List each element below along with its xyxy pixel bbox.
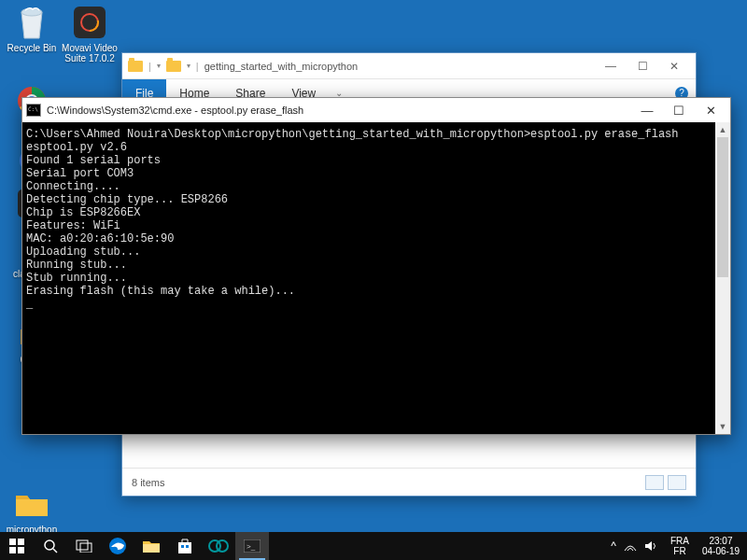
system-tray: ^ FRA FR 23:07 04-06-19	[603, 536, 747, 556]
svg-rect-13	[18, 539, 24, 545]
taskview-icon	[76, 539, 92, 553]
svg-point-16	[45, 540, 54, 550]
clock-time: 23:07	[702, 536, 740, 546]
taskbar-edge[interactable]	[101, 532, 134, 560]
svg-line-17	[53, 549, 57, 553]
taskbar-cmd[interactable]: >_	[235, 532, 269, 560]
folder-icon	[128, 61, 143, 72]
explorer-titlebar[interactable]: | ▾ ▾ | getting_started_with_micropython…	[122, 53, 696, 79]
breadcrumb[interactable]: | ▾ ▾ | getting_started_with_micropython	[128, 61, 595, 72]
folder-icon	[13, 485, 50, 523]
lang-line2: FR	[670, 546, 689, 556]
svg-rect-15	[18, 547, 24, 553]
scroll-up-icon[interactable]: ▲	[715, 122, 730, 137]
store-icon	[176, 538, 193, 554]
trash-icon	[13, 4, 50, 41]
taskbar-store[interactable]	[168, 532, 202, 560]
scroll-down-icon[interactable]: ▼	[715, 419, 730, 434]
search-button[interactable]	[34, 532, 67, 560]
svg-rect-18	[77, 540, 88, 550]
view-details-button[interactable]	[645, 475, 664, 490]
edge-icon	[108, 537, 127, 555]
lang-line1: FRA	[670, 536, 689, 546]
svg-rect-19	[80, 543, 92, 553]
windows-icon	[9, 539, 24, 553]
view-icons-button[interactable]	[668, 475, 686, 490]
taskbar-explorer[interactable]	[134, 532, 168, 560]
taskbar-arduino[interactable]	[202, 532, 235, 560]
language-indicator[interactable]: FRA FR	[665, 536, 695, 556]
minimize-button[interactable]: —	[595, 56, 627, 77]
svg-rect-23	[186, 545, 189, 548]
explorer-statusbar: 8 items	[122, 468, 696, 496]
chevron-down-icon[interactable]: ▾	[187, 62, 190, 70]
svg-rect-1	[74, 7, 106, 38]
desktop-icon-recycle-bin[interactable]: Recycle Bin	[4, 4, 60, 53]
app-icon	[71, 4, 108, 41]
minimize-button[interactable]: —	[631, 100, 663, 120]
scroll-thumb[interactable]	[717, 137, 728, 277]
network-icon[interactable]	[624, 540, 644, 552]
separator-icon: |	[148, 61, 151, 72]
desktop-icon-micropython[interactable]: micropython	[4, 485, 60, 535]
svg-rect-12	[9, 539, 16, 545]
clock-date: 04-06-19	[702, 546, 740, 556]
svg-rect-21	[178, 542, 191, 553]
cmd-title: C:\Windows\System32\cmd.exe - esptool.py…	[47, 105, 631, 116]
svg-rect-14	[9, 547, 16, 553]
volume-icon[interactable]	[644, 540, 665, 552]
cmd-titlebar[interactable]: C:\Windows\System32\cmd.exe - esptool.py…	[22, 98, 730, 122]
cmd-window: C:\Windows\System32\cmd.exe - esptool.py…	[21, 97, 731, 435]
taskview-button[interactable]	[67, 532, 101, 560]
chevron-down-icon[interactable]: ▾	[157, 62, 161, 70]
cmd-icon: >_	[244, 539, 261, 553]
svg-text:>_: >_	[247, 542, 256, 551]
cmd-output[interactable]: C:\Users\Ahmed Nouira\Desktop\micropytho…	[22, 122, 715, 434]
separator-icon: |	[196, 61, 199, 72]
maximize-button[interactable]: ☐	[663, 100, 695, 120]
svg-point-25	[217, 540, 228, 552]
close-button[interactable]: ✕	[658, 56, 690, 77]
taskbar: >_ ^ FRA FR 23:07 04-06-19	[0, 532, 747, 560]
icon-label: Recycle Bin	[4, 43, 60, 53]
folder-icon	[166, 61, 181, 72]
status-text: 8 items	[132, 477, 164, 488]
maximize-button[interactable]: ☐	[627, 56, 658, 77]
tray-expand-icon[interactable]: ^	[603, 539, 624, 553]
clock[interactable]: 23:07 04-06-19	[695, 536, 747, 556]
breadcrumb-text[interactable]: getting_started_with_micropython	[204, 61, 358, 72]
close-button[interactable]: ✕	[695, 100, 726, 120]
icon-label: Movavi Video Suite 17.0.2	[62, 43, 118, 63]
arduino-icon	[208, 539, 229, 553]
start-button[interactable]	[0, 532, 34, 560]
scrollbar[interactable]: ▲ ▼	[715, 122, 730, 434]
cmd-icon	[26, 104, 41, 117]
folder-icon	[142, 539, 161, 553]
svg-rect-22	[181, 545, 184, 548]
desktop-icon-movavi[interactable]: Movavi Video Suite 17.0.2	[62, 4, 118, 63]
search-icon	[43, 539, 58, 553]
